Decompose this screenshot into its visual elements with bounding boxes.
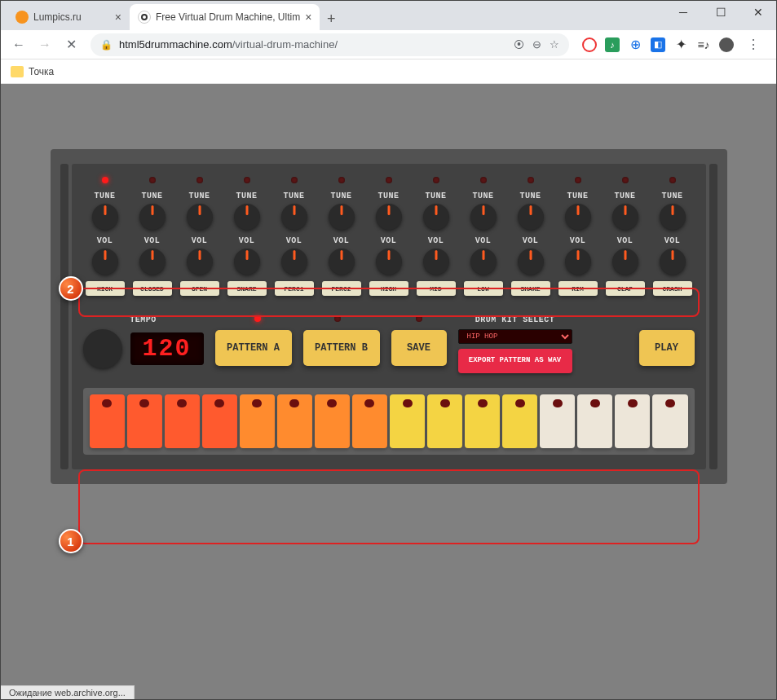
drum-select-button[interactable]: OPEN <box>180 281 219 296</box>
tab-strip: Lumpics.ru × Free Virtual Drum Machine, … <box>1 1 776 30</box>
tab-drummachine[interactable]: Free Virtual Drum Machine, Ultim × <box>130 4 320 30</box>
zoom-icon[interactable]: ⊖ <box>532 38 541 51</box>
back-button[interactable]: ← <box>7 33 30 56</box>
tune-knob[interactable] <box>565 204 591 230</box>
step-12[interactable] <box>502 394 537 448</box>
drum-select-button[interactable]: HIGH <box>369 281 408 296</box>
drum-select-button[interactable]: MID <box>417 281 456 296</box>
tune-knob[interactable] <box>376 204 402 230</box>
channel-low: TUNEVOLLOW <box>461 177 505 296</box>
close-tab-icon[interactable]: × <box>305 11 311 24</box>
step-7[interactable] <box>315 394 350 448</box>
stop-button[interactable]: ✕ <box>60 33 82 56</box>
vol-knob[interactable] <box>234 249 260 275</box>
drum-select-button[interactable]: CLAP <box>606 281 645 296</box>
vol-knob[interactable] <box>470 249 497 275</box>
tune-knob[interactable] <box>470 204 497 230</box>
save-button[interactable]: SAVE <box>391 330 447 366</box>
vol-knob[interactable] <box>329 249 355 275</box>
close-window-button[interactable]: ✕ <box>739 0 777 24</box>
step-3[interactable] <box>165 394 200 448</box>
translate-icon[interactable]: ⦿ <box>514 38 524 51</box>
step-1[interactable] <box>90 394 125 448</box>
drum-select-button[interactable]: LOW <box>464 281 503 296</box>
export-wav-button[interactable]: EXPORT PATTERN AS WAV <box>458 349 572 373</box>
vol-knob[interactable] <box>92 249 118 275</box>
new-tab-button[interactable]: + <box>320 7 342 30</box>
tune-knob[interactable] <box>612 204 638 230</box>
drum-select-button[interactable]: PERC2 <box>322 281 361 296</box>
extensions-icon[interactable]: ✦ <box>673 37 688 52</box>
step-10[interactable] <box>427 394 462 448</box>
tune-knob[interactable] <box>660 204 686 230</box>
tune-knob[interactable] <box>234 204 260 230</box>
pattern-b-button[interactable]: PATTERN B <box>303 330 380 366</box>
tune-knob[interactable] <box>423 204 449 230</box>
drum-select-button[interactable]: SHAKE <box>511 281 550 296</box>
address-bar[interactable]: 🔒 html5drummachine.com/virtual-drum-mach… <box>91 33 569 56</box>
tune-label: TUNE <box>188 192 210 200</box>
vol-knob[interactable] <box>376 249 402 275</box>
vol-knob[interactable] <box>518 249 544 275</box>
drum-select-button[interactable]: PERC1 <box>275 281 314 296</box>
step-16[interactable] <box>652 394 687 448</box>
drum-select-button[interactable]: CRASH <box>653 281 692 296</box>
ext-opera-icon[interactable] <box>582 37 597 52</box>
tune-knob[interactable] <box>139 204 166 230</box>
pattern-a-button[interactable]: PATTERN A <box>215 330 292 366</box>
drum-select-button[interactable]: RIM <box>558 281 598 296</box>
tune-knob[interactable] <box>518 204 544 230</box>
vol-knob[interactable] <box>423 249 449 275</box>
channel-led <box>669 177 676 183</box>
tune-label: TUNE <box>472 192 493 200</box>
vol-knob[interactable] <box>565 249 591 275</box>
step-6[interactable] <box>277 394 312 448</box>
left-panel <box>60 164 68 469</box>
vol-knob[interactable] <box>187 249 213 275</box>
vol-knob[interactable] <box>139 249 166 275</box>
drum-select-button[interactable]: CLOSED <box>133 281 172 296</box>
vol-knob[interactable] <box>660 249 686 275</box>
tune-knob[interactable] <box>281 204 307 230</box>
menu-icon[interactable]: ⋮ <box>742 33 765 56</box>
tempo-knob[interactable] <box>83 329 122 368</box>
step-13[interactable] <box>540 394 575 448</box>
step-5[interactable] <box>240 394 275 448</box>
step-15[interactable] <box>615 394 650 448</box>
vol-knob[interactable] <box>612 249 638 275</box>
ext-music-icon[interactable]: ♪ <box>605 37 620 52</box>
forward-button[interactable]: → <box>33 33 56 56</box>
ext-box-icon[interactable]: ◧ <box>651 37 665 52</box>
tab-title: Lumpics.ru <box>33 11 110 23</box>
star-icon[interactable]: ☆ <box>550 38 559 51</box>
step-2[interactable] <box>127 394 162 448</box>
step-14[interactable] <box>577 394 612 448</box>
drum-select-button[interactable]: SNARE <box>227 281 267 296</box>
maximize-button[interactable]: ☐ <box>702 0 739 24</box>
bookmark-folder[interactable]: Точка <box>29 66 54 77</box>
tune-knob[interactable] <box>92 204 118 230</box>
tune-knob[interactable] <box>187 204 213 230</box>
profile-avatar[interactable] <box>719 37 734 52</box>
channel-clap: TUNEVOLCLAP <box>603 177 647 296</box>
vol-label: VOL <box>381 236 397 245</box>
step-8[interactable] <box>352 394 387 448</box>
step-11[interactable] <box>465 394 500 448</box>
ext-globe-icon[interactable]: ⊕ <box>628 37 642 52</box>
step-9[interactable] <box>390 394 425 448</box>
drum-select-button[interactable]: KICK <box>86 281 125 296</box>
tune-knob[interactable] <box>329 204 355 230</box>
vol-knob[interactable] <box>281 249 307 275</box>
play-button[interactable]: PLAY <box>639 330 695 366</box>
favicon-icon <box>15 11 29 24</box>
step-4[interactable] <box>202 394 237 448</box>
kit-select[interactable]: HIP HOP <box>458 329 572 344</box>
close-tab-icon[interactable]: × <box>115 11 121 24</box>
channel-open: TUNEVOLOPEN <box>178 177 222 296</box>
tab-lumpics[interactable]: Lumpics.ru × <box>7 4 130 30</box>
playlist-icon[interactable]: ≡♪ <box>696 37 711 52</box>
channel-high: TUNEVOLHIGH <box>367 177 411 296</box>
channel-closed: TUNEVOLCLOSED <box>130 177 174 296</box>
url-domain: html5drummachine.com <box>119 38 232 51</box>
minimize-button[interactable]: ─ <box>664 0 702 24</box>
